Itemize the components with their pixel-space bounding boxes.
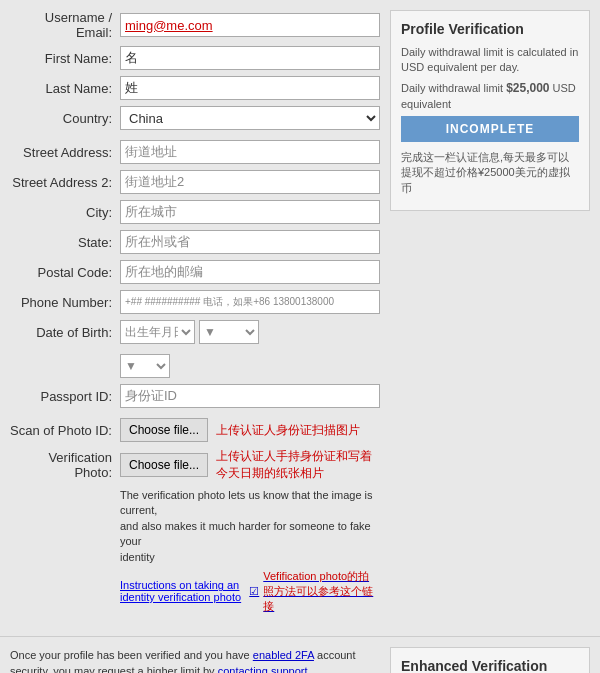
limit-text: Daily withdrawal limit $25,000 USD equiv… (401, 80, 579, 112)
dob-row: Date of Birth: 出生年月日 ▼ (10, 320, 380, 344)
profile-verification-box: Profile Verification Daily withdrawal li… (390, 10, 590, 211)
phone-label: Phone Number: (10, 295, 120, 310)
support-link[interactable]: contacting support (218, 665, 308, 673)
2fa-link[interactable]: enabled 2FA (253, 649, 314, 661)
dob-month-select[interactable]: ▼ (120, 354, 170, 378)
dob-month-row: ▼ (120, 350, 380, 378)
enhanced-title: Enhanced Verification (401, 658, 579, 673)
main-form-section: Username / Email: First Name: Last Name:… (0, 0, 600, 636)
country-row: Country: China United States Other (10, 106, 380, 130)
lastname-row: Last Name: (10, 76, 380, 100)
city-row: City: (10, 200, 380, 224)
verification-photo-row: Verification Photo: Choose file... 上传认证人… (10, 448, 380, 482)
bottom-left: Once your profile has been verified and … (10, 647, 380, 673)
instructions-hint: Vefification photo的拍照方法可以参考这个链接 (263, 569, 380, 614)
bottom-section: Once your profile has been verified and … (0, 636, 600, 673)
country-label: Country: (10, 111, 120, 126)
street-row: Street Address: (10, 140, 380, 164)
phone-row: Phone Number: (10, 290, 380, 314)
bottom-text: Once your profile has been verified and … (10, 647, 380, 673)
profile-verification-detail: 完成这一栏认证信息,每天最多可以提现不超过价格¥25000美元的虚拟币 (401, 150, 579, 196)
firstname-input[interactable] (120, 46, 380, 70)
verification-photo-hint: 上传认证人手持身份证和写着今天日期的纸张相片 (216, 448, 380, 482)
firstname-label: First Name: (10, 51, 120, 66)
phone-input[interactable] (120, 290, 380, 314)
bottom-right: Enhanced Verification Individual or Corp… (390, 647, 590, 673)
city-input[interactable] (120, 200, 380, 224)
lastname-label: Last Name: (10, 81, 120, 96)
dob-day-select[interactable]: 出生年月日 (120, 320, 195, 344)
dob-year-select[interactable]: ▼ (199, 320, 259, 344)
enhanced-verification-box: Enhanced Verification Individual or Corp… (390, 647, 590, 673)
street2-input[interactable] (120, 170, 380, 194)
passport-row: Passport ID: (10, 384, 380, 408)
street-label: Street Address: (10, 145, 120, 160)
country-select[interactable]: China United States Other (120, 106, 380, 130)
state-row: State: (10, 230, 380, 254)
scan-hint: 上传认证人身份证扫描图片 (216, 422, 360, 439)
scan-choose-button[interactable]: Choose file... (120, 418, 208, 442)
scan-label: Scan of Photo ID: (10, 423, 120, 438)
verification-photo-label: Verification Photo: (10, 450, 120, 480)
city-label: City: (10, 205, 120, 220)
scan-row: Scan of Photo ID: Choose file... 上传认证人身份… (10, 418, 380, 442)
instructions-link-row: Instructions on taking an identity verif… (120, 569, 380, 614)
profile-verification-desc: Daily withdrawal limit is calculated in … (401, 45, 579, 76)
verification-note: The verification photo lets us know that… (120, 488, 380, 565)
instructions-link[interactable]: Instructions on taking an identity verif… (120, 579, 245, 603)
right-panel: Profile Verification Daily withdrawal li… (390, 10, 590, 626)
passport-input[interactable] (120, 384, 380, 408)
state-label: State: (10, 235, 120, 250)
profile-verification-title: Profile Verification (401, 21, 579, 37)
street2-label: Street Address 2: (10, 175, 120, 190)
lastname-input[interactable] (120, 76, 380, 100)
username-row: Username / Email: (10, 10, 380, 40)
street2-row: Street Address 2: (10, 170, 380, 194)
firstname-row: First Name: (10, 46, 380, 70)
state-input[interactable] (120, 230, 380, 254)
username-label: Username / Email: (10, 10, 120, 40)
instructions-checkbox-icon: ☑ (249, 585, 259, 598)
postal-input[interactable] (120, 260, 380, 284)
postal-label: Postal Code: (10, 265, 120, 280)
username-input[interactable] (120, 13, 380, 37)
street-input[interactable] (120, 140, 380, 164)
verification-photo-button[interactable]: Choose file... (120, 453, 208, 477)
left-panel: Username / Email: First Name: Last Name:… (10, 10, 380, 626)
postal-row: Postal Code: (10, 260, 380, 284)
passport-label: Passport ID: (10, 389, 120, 404)
dob-label: Date of Birth: (10, 325, 120, 340)
incomplete-badge: INCOMPLETE (401, 116, 579, 142)
